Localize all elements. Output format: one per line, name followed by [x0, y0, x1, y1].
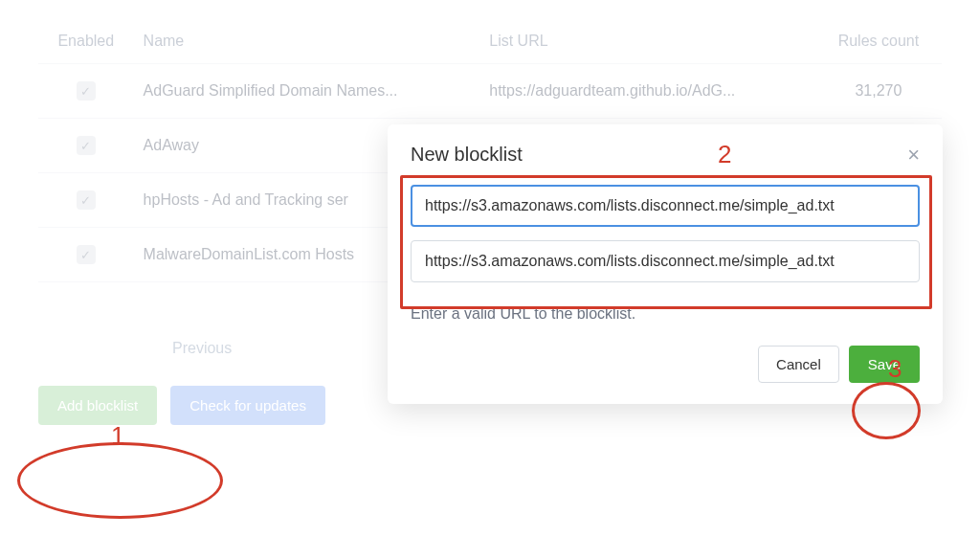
col-enabled: Enabled [38, 19, 134, 64]
helper-text: Enter a valid URL to the blocklist. [411, 305, 920, 323]
blocklist-name-input[interactable] [411, 185, 920, 227]
cancel-button[interactable]: Cancel [758, 346, 839, 383]
col-url: List URL [479, 19, 815, 64]
blocklist-url-input[interactable] [411, 240, 920, 282]
col-name: Name [134, 19, 480, 64]
col-rules: Rules count [815, 19, 942, 64]
checkbox-icon[interactable]: ✓ [77, 81, 96, 101]
table-row: ✓ AdGuard Simplified Domain Names... htt… [38, 64, 942, 119]
new-blocklist-modal: New blocklist × Enter a valid URL to the… [388, 124, 943, 404]
close-icon[interactable]: × [907, 145, 920, 166]
check-updates-button[interactable]: Check for updates [170, 386, 325, 425]
row-rules: 31,270 [815, 64, 942, 119]
row-name: AdGuard Simplified Domain Names... [134, 64, 480, 119]
checkbox-icon[interactable]: ✓ [77, 136, 96, 155]
row-url-link[interactable]: https://adguardteam.github.io/AdG... [479, 64, 815, 119]
save-button[interactable]: Save [849, 346, 920, 383]
checkbox-icon[interactable]: ✓ [77, 245, 96, 264]
modal-title: New blocklist [411, 144, 523, 166]
add-blocklist-button[interactable]: Add blocklist [38, 386, 157, 425]
checkbox-icon[interactable]: ✓ [77, 190, 96, 210]
